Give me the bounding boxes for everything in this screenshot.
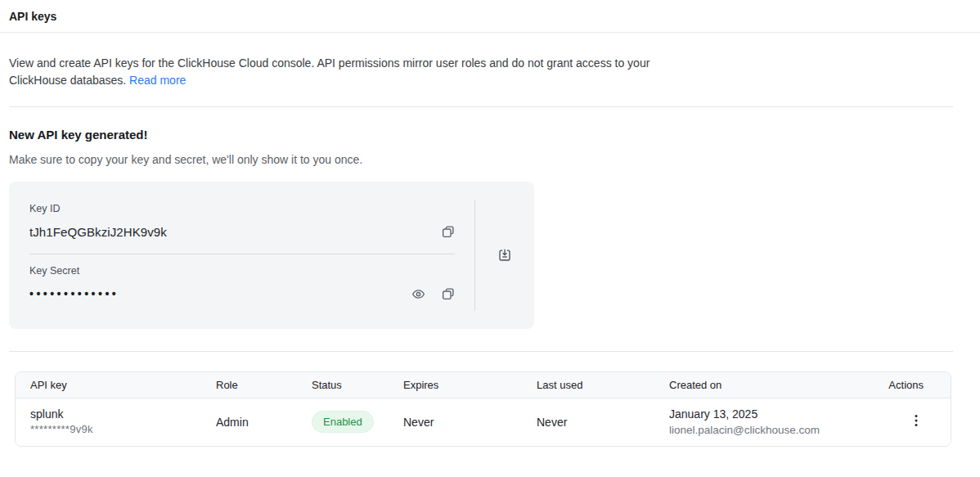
- read-more-link[interactable]: Read more: [129, 74, 186, 87]
- cell-api-key: splunk *********9v9k: [16, 398, 216, 446]
- key-secret-masked-value: •••••••••••••: [29, 287, 119, 300]
- status-badge: Enabled: [312, 411, 374, 433]
- api-keys-table: API key Role Status Expires Last used Cr…: [15, 371, 951, 447]
- cell-role: Admin: [216, 398, 312, 446]
- cell-actions: [875, 398, 951, 446]
- divider: [9, 106, 953, 107]
- cell-expires: Never: [403, 398, 537, 446]
- description-text: View and create API keys for the ClickHo…: [9, 55, 678, 89]
- kebab-menu-icon: [915, 414, 918, 427]
- content-area: View and create API keys for the ClickHo…: [0, 33, 980, 447]
- column-header-status: Status: [312, 372, 403, 398]
- column-header-role: Role: [216, 372, 312, 398]
- column-header-actions: Actions: [875, 372, 951, 398]
- cell-last-used: Never: [537, 398, 669, 446]
- new-key-notice-title: New API key generated!: [9, 128, 953, 142]
- column-header-expires: Expires: [403, 372, 537, 398]
- column-header-api-key: API key: [16, 372, 216, 398]
- key-card-fields: Key ID tJh1FeQGBkziJ2HK9v9k Key Secret •…: [9, 182, 474, 329]
- page-header: API keys: [0, 0, 980, 33]
- created-date: January 13, 2025: [669, 406, 875, 422]
- description-block: View and create API keys for the ClickHo…: [9, 33, 953, 106]
- download-icon: [497, 248, 512, 263]
- api-key-masked: *********9v9k: [30, 422, 216, 437]
- key-secret-label: Key Secret: [29, 265, 455, 277]
- generated-key-card: Key ID tJh1FeQGBkziJ2HK9v9k Key Secret •…: [9, 182, 534, 329]
- key-id-value: tJh1FeQGBkziJ2HK9v9k: [29, 225, 167, 239]
- copy-secret-button[interactable]: [441, 287, 455, 301]
- download-key-button[interactable]: [497, 248, 512, 263]
- row-actions-menu-button[interactable]: [915, 414, 918, 427]
- created-by-email: lionel.palacin@clickhouse.com: [669, 422, 875, 438]
- table-header-row: API key Role Status Expires Last used Cr…: [16, 372, 951, 398]
- api-key-name: splunk: [30, 407, 216, 422]
- copy-icon: [441, 225, 455, 239]
- table-row: splunk *********9v9k Admin Enabled Never…: [16, 398, 951, 446]
- key-secret-actions: [411, 287, 455, 301]
- column-header-last-used: Last used: [537, 372, 669, 398]
- cell-created-on: January 13, 2025 lionel.palacin@clickhou…: [669, 398, 875, 446]
- column-header-created-on: Created on: [669, 372, 875, 398]
- new-key-notice-subtitle: Make sure to copy your key and secret, w…: [9, 153, 953, 166]
- reveal-secret-button[interactable]: [411, 287, 425, 301]
- divider: [9, 351, 953, 352]
- key-secret-row: •••••••••••••: [29, 284, 455, 304]
- copy-key-id-button[interactable]: [441, 225, 455, 239]
- eye-icon: [411, 287, 425, 301]
- key-card-download-area: [475, 182, 534, 329]
- key-id-row: tJh1FeQGBkziJ2HK9v9k: [29, 222, 455, 241]
- description-body: View and create API keys for the ClickHo…: [9, 56, 650, 87]
- key-id-label: Key ID: [29, 203, 455, 214]
- page-title: API keys: [9, 6, 971, 27]
- copy-icon: [441, 287, 455, 301]
- key-card-divider: [29, 254, 455, 254]
- cell-status: Enabled: [312, 398, 403, 446]
